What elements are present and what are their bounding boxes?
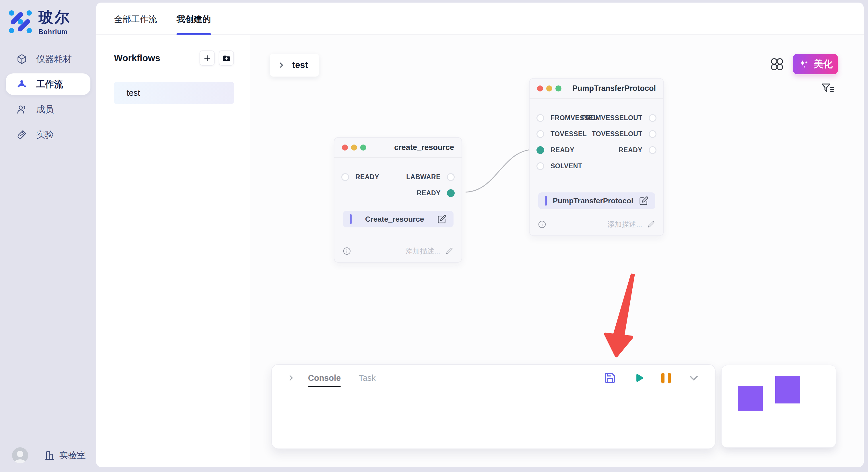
box-icon: [17, 54, 27, 64]
port-label: READY: [417, 189, 441, 197]
import-workflow-button[interactable]: [219, 50, 234, 66]
output-port-labware[interactable]: LABWARE: [406, 173, 455, 181]
port-label: TOVESSELOUT: [592, 130, 642, 138]
logo: 玻尔 Bohrium: [9, 7, 71, 36]
description-placeholder[interactable]: 添加描述...: [406, 246, 440, 256]
output-port-tovesselout[interactable]: TOVESSELOUT: [592, 130, 656, 138]
workflow-list-item[interactable]: test: [114, 82, 234, 104]
traffic-dot-red[interactable]: [537, 86, 543, 92]
pill-label: PumpTransferProtocol: [547, 196, 639, 205]
port-circle-connected[interactable]: [536, 146, 544, 154]
plus-icon: [203, 54, 212, 63]
lab-selector[interactable]: 实验室: [44, 449, 86, 461]
info-icon[interactable]: [538, 220, 547, 229]
sidebar-item-experiments[interactable]: 实验: [6, 124, 90, 145]
edit-icon[interactable]: [437, 214, 446, 224]
port-circle-connected[interactable]: [447, 189, 455, 197]
beautify-button[interactable]: 美化: [793, 54, 838, 74]
users-icon: [17, 104, 27, 115]
node-header: create_resource: [334, 138, 462, 158]
minimap-node-pump-transfer: [775, 376, 800, 403]
input-port-tovessel[interactable]: TOVESSEL: [536, 130, 587, 138]
output-port-ready[interactable]: READY: [417, 189, 455, 197]
node-pump-transfer-protocol[interactable]: PumpTransferProtocol FROMVESSEL TOVESSEL…: [529, 78, 664, 236]
sidebar-item-label: 仪器耗材: [36, 53, 72, 65]
input-port-solvent[interactable]: SOLVENT: [536, 162, 582, 170]
port-label: SOLVENT: [551, 162, 582, 170]
workflows-panel-title: Workflows: [114, 53, 160, 63]
traffic-dot-yellow[interactable]: [546, 86, 552, 92]
sidebar-item-label: 成员: [36, 103, 54, 115]
chevron-right-icon: [277, 61, 285, 69]
pencil-icon[interactable]: [445, 247, 454, 255]
test-tube-icon: [17, 130, 27, 140]
save-icon[interactable]: [604, 372, 616, 384]
port-label: LABWARE: [406, 173, 441, 181]
output-port-ready[interactable]: READY: [619, 146, 656, 154]
port-circle[interactable]: [536, 162, 544, 170]
collapse-chevron-icon[interactable]: [287, 374, 296, 382]
sidebar-item-workflow[interactable]: 工作流: [6, 73, 90, 95]
node-title: create_resource: [394, 143, 454, 152]
sidebar-item-members[interactable]: 成员: [6, 99, 90, 120]
info-icon[interactable]: [342, 247, 351, 256]
traffic-dot-green[interactable]: [555, 86, 561, 92]
run-play-icon[interactable]: [632, 372, 645, 384]
tab-console[interactable]: Console: [308, 373, 341, 383]
folder-download-icon: [222, 54, 231, 63]
sidebar: 玻尔 Bohrium 仪器耗材 工作流: [0, 0, 96, 472]
traffic-dot-green[interactable]: [360, 144, 366, 150]
sidebar-item-label: 工作流: [36, 78, 63, 90]
node-create-resource[interactable]: create_resource READY LABWARE READY Crea…: [334, 137, 462, 263]
node-action-pill[interactable]: PumpTransferProtocol: [538, 193, 655, 209]
port-circle[interactable]: [536, 114, 544, 122]
red-annotation-arrow: [601, 271, 646, 359]
port-circle[interactable]: [649, 114, 656, 122]
traffic-dot-yellow[interactable]: [351, 144, 357, 150]
workflows-panel: Workflows: [96, 35, 251, 467]
output-port-fromvesselout[interactable]: FROMVESSELOUT: [581, 114, 656, 122]
breadcrumb[interactable]: test: [270, 54, 319, 76]
building-icon: [44, 450, 55, 461]
filter-button[interactable]: [821, 82, 835, 95]
node-action-pill[interactable]: Create_resource: [343, 211, 454, 227]
beautify-label: 美化: [814, 58, 833, 71]
logo-subtitle: Bohrium: [38, 28, 71, 36]
edit-icon[interactable]: [639, 196, 648, 205]
tab-all-workflows[interactable]: 全部工作流: [114, 13, 157, 34]
port-label: READY: [551, 146, 575, 154]
clover-icon: [770, 58, 784, 71]
sidebar-item-label: 实验: [36, 129, 54, 141]
port-circle[interactable]: [341, 173, 349, 181]
chevron-down-icon[interactable]: [687, 372, 700, 384]
sidebar-item-instruments[interactable]: 仪器耗材: [6, 48, 90, 70]
port-circle[interactable]: [447, 173, 455, 181]
bohrium-logo-icon: [9, 10, 32, 34]
add-workflow-button[interactable]: [199, 50, 215, 66]
port-label: READY: [355, 173, 379, 181]
node-title: PumpTransferProtocol: [572, 84, 656, 93]
tab-task[interactable]: Task: [359, 373, 376, 383]
auto-layout-button[interactable]: [770, 57, 784, 71]
input-port-ready[interactable]: READY: [536, 146, 575, 154]
pause-icon[interactable]: [661, 373, 671, 383]
main-content-card: 全部工作流 我创建的 Workflows: [96, 3, 864, 467]
port-circle[interactable]: [649, 146, 656, 154]
node-header: PumpTransferProtocol: [530, 78, 663, 99]
description-placeholder[interactable]: 添加描述...: [608, 220, 642, 229]
console-panel: Console Task: [271, 364, 716, 449]
pencil-icon[interactable]: [647, 221, 655, 229]
workflow-icon: [17, 79, 27, 90]
avatar[interactable]: [12, 447, 28, 463]
traffic-dot-red[interactable]: [342, 144, 348, 150]
port-label: READY: [619, 146, 642, 154]
minimap[interactable]: [721, 365, 836, 448]
pill-label: Create_resource: [352, 215, 437, 224]
port-circle[interactable]: [536, 130, 544, 138]
input-port-ready[interactable]: READY: [341, 173, 379, 181]
minimap-node-create-resource: [738, 386, 763, 411]
port-circle[interactable]: [649, 130, 656, 138]
workflow-tabs: 全部工作流 我创建的: [96, 3, 864, 35]
tab-my-created[interactable]: 我创建的: [177, 13, 211, 34]
workflow-canvas[interactable]: test 美化: [251, 35, 864, 467]
